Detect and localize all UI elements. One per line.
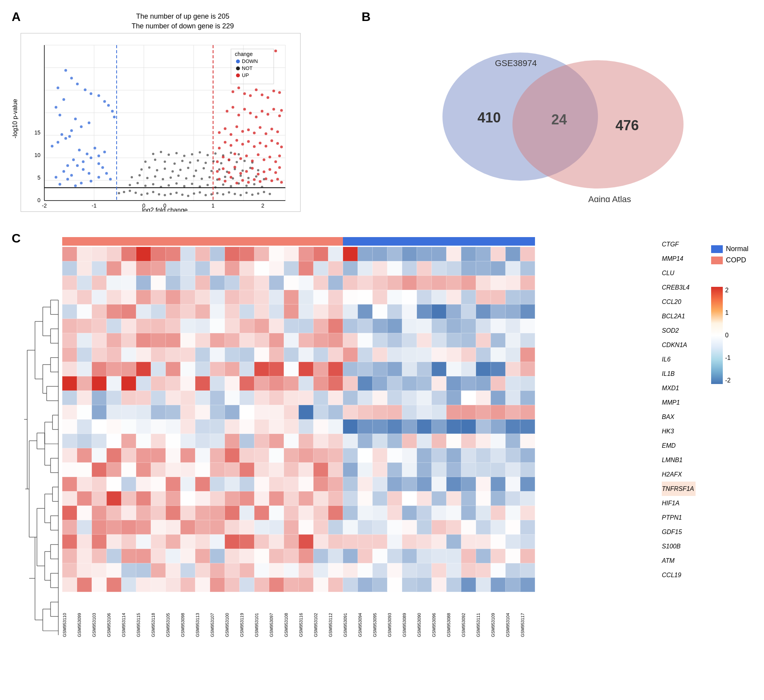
heatmap-cell [313,534,328,549]
heatmap-cell [240,463,254,477]
heatmap-cell [121,333,136,347]
heatmap-cell [92,434,107,448]
heatmap-cell [254,534,269,549]
svg-point-158 [164,161,166,163]
heatmap-cell [254,448,269,463]
svg-point-198 [240,172,242,175]
heatmap-cell [195,549,210,563]
sample-type-cell [520,237,535,246]
heatmap-cell [328,247,343,261]
heatmap-cell [77,290,92,304]
heatmap-cell [107,534,121,549]
heatmap-cell [313,405,328,419]
svg-point-223 [247,140,250,143]
svg-point-215 [269,156,271,159]
heatmap-cell [461,333,476,347]
gene-label: S100B [662,539,696,553]
svg-point-208 [228,159,231,161]
heatmap-cell [476,563,491,578]
heatmap-cell [432,391,446,405]
heatmap-cell [299,434,313,448]
heatmap-cell [520,477,535,491]
svg-point-235 [247,129,250,131]
heatmap-cell [254,376,269,391]
svg-point-147 [195,169,197,172]
heatmap-cell [476,333,491,347]
heatmap-cell [461,247,476,261]
svg-point-42 [109,178,112,181]
heatmap-cell [520,376,535,391]
gene-label: MMP14 [662,251,696,266]
heatmap-cell [387,347,402,362]
heatmap-grid [62,247,659,592]
heatmap-cell [505,477,520,491]
heatmap-cell [446,549,461,563]
heatmap-cell [343,448,358,463]
heatmap-cell [107,333,121,347]
svg-point-51 [94,147,96,150]
heatmap-cell [299,405,313,419]
svg-point-82 [158,193,160,196]
svg-point-35 [98,176,100,179]
svg-point-259 [273,90,275,93]
heatmap-cell [240,276,254,290]
heatmap-cell [240,376,254,391]
svg-point-185 [236,182,238,185]
heatmap-cell [166,506,180,520]
heatmap-cell [254,477,269,491]
heatmap-cell [402,578,417,592]
heatmap-cell [417,261,432,276]
heatmap-cell [372,304,387,319]
heatmap-cell [166,347,180,362]
heatmap-cell [210,578,225,592]
heatmap-cell [151,304,166,319]
heatmap-cell [432,362,446,376]
heatmap-cell [505,304,520,319]
heatmap-cell [358,261,372,276]
heatmap-cell [417,506,432,520]
gene-label: CREB3L4 [662,280,696,295]
svg-point-173 [175,152,178,154]
heatmap-cell [476,319,491,333]
heatmap-col [269,247,284,592]
sample-label: GSM953100 [225,594,240,638]
heatmap-col [151,247,166,592]
heatmap-cell [107,319,121,333]
heatmap-cell [299,391,313,405]
svg-point-145 [179,169,182,171]
svg-point-54 [72,159,75,161]
heatmap-cell [387,276,402,290]
heatmap-cell [387,362,402,376]
heatmap-cell [343,477,358,491]
heatmap-cell [240,506,254,520]
heatmap-cell [151,563,166,578]
heatmap-cell [505,261,520,276]
svg-point-257 [261,94,264,96]
heatmap-col [505,247,520,592]
heatmap-cell [328,290,343,304]
heatmap-cell [107,376,121,391]
heatmap-cell [180,276,195,290]
heatmap-cell [180,247,195,261]
heatmap-cell [387,549,402,563]
heatmap-cell [121,362,136,376]
heatmap-cell [520,362,535,376]
heatmap-cell [254,419,269,434]
heatmap-cell [299,563,313,578]
heatmap-cell [417,276,432,290]
svg-text:-2: -2 [42,202,47,209]
heatmap-cell [284,347,299,362]
svg-point-98 [240,194,242,196]
svg-text:1: 1 [212,202,215,209]
heatmap-cell [121,534,136,549]
heatmap-cell [446,506,461,520]
svg-point-146 [187,167,189,169]
heatmap-cell [328,534,343,549]
scale-label-0: 0 [725,332,731,339]
heatmap-cell [240,549,254,563]
heatmap-cell [121,304,136,319]
svg-point-121 [261,186,263,188]
gene-label: SOD2 [662,323,696,338]
heatmap-cell [121,520,136,534]
heatmap-cell [387,419,402,434]
